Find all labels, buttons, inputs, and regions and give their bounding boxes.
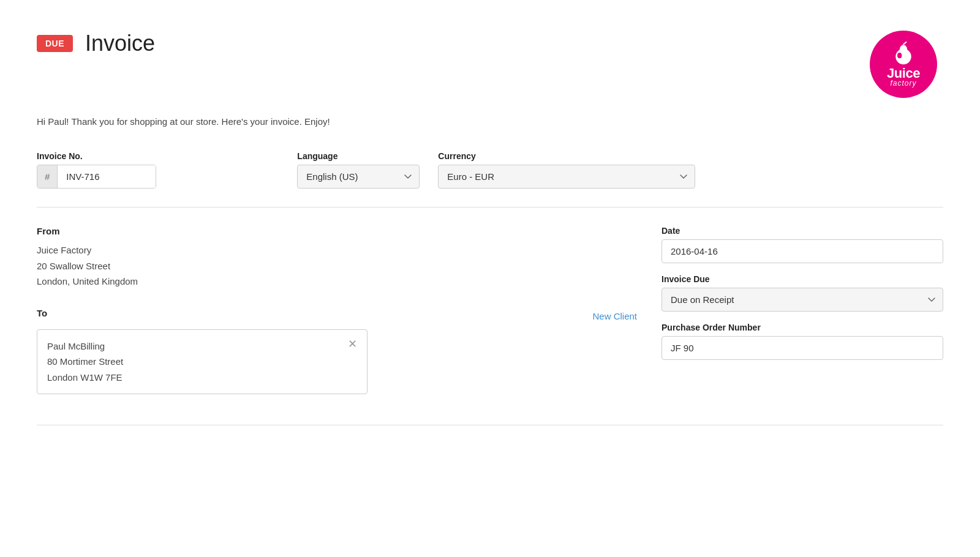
page-header: DUE Invoice Juice factory [37,31,943,98]
client-line2: 80 Mortimer Street [47,354,339,370]
svg-point-3 [897,53,902,58]
left-column: From Juice Factory 20 Swallow Street Lon… [37,226,637,394]
currency-group: Currency Euro - EUR US Dollar - USD Brit… [438,151,695,189]
from-line3: London, United Kingdom [37,274,637,290]
client-box: Paul McBilling 80 Mortimer Street London… [37,329,368,395]
new-client-button[interactable]: New Client [592,311,637,321]
invoice-number-input[interactable] [58,165,156,188]
company-logo: Juice factory [870,31,937,98]
to-label: To [37,308,47,318]
language-label: Language [297,151,420,161]
welcome-message: Hi Paul! Thank you for shopping at our s… [37,116,943,127]
page-title: Invoice [85,31,155,56]
bottom-divider [37,425,943,425]
currency-select[interactable]: Euro - EUR US Dollar - USD British Pound… [438,165,695,189]
from-address: Juice Factory 20 Swallow Street London, … [37,242,637,290]
invoice-fields-section: Invoice No. # Language English (US) Engl… [37,151,943,189]
due-badge: DUE [37,35,73,52]
logo-icon [891,41,916,65]
svg-line-2 [903,42,907,45]
client-name: Paul McBilling [47,338,339,354]
language-group: Language English (US) English (UK) Frenc… [297,151,420,189]
date-label: Date [662,226,943,236]
invoice-number-input-wrapper: # [37,165,156,189]
section-divider [37,207,943,207]
right-column: Date Invoice Due Due on Receipt Net 15 N… [662,226,943,394]
invoice-number-group: Invoice No. # [37,151,156,189]
hash-icon: # [37,165,58,188]
currency-label: Currency [438,151,695,161]
purchase-order-input[interactable] [662,336,943,360]
to-header: To New Client [37,308,637,324]
invoice-due-select[interactable]: Due on Receipt Net 15 Net 30 Net 60 Cust… [662,288,943,312]
invoice-fields-row: Invoice No. # Language English (US) Engl… [37,151,943,189]
logo-name: Juice [887,67,920,80]
date-group: Date [662,226,943,263]
invoice-due-label: Invoice Due [662,274,943,284]
client-line3: London W1W 7FE [47,370,339,386]
main-content: From Juice Factory 20 Swallow Street Lon… [37,226,943,394]
language-select[interactable]: English (US) English (UK) French German … [297,165,420,189]
purchase-order-group: Purchase Order Number [662,323,943,360]
from-line1: Juice Factory [37,242,637,258]
to-section: To New Client Paul McBilling 80 Mortimer… [37,308,637,395]
close-client-button[interactable]: ✕ [348,338,357,350]
logo-subtitle: factory [890,79,916,88]
from-section: From Juice Factory 20 Swallow Street Lon… [37,226,637,290]
from-label: From [37,226,637,236]
header-left: DUE Invoice [37,31,155,56]
purchase-order-label: Purchase Order Number [662,323,943,332]
invoice-due-group: Invoice Due Due on Receipt Net 15 Net 30… [662,274,943,312]
client-address: Paul McBilling 80 Mortimer Street London… [47,338,357,386]
invoice-page: DUE Invoice Juice factory Hi Paul! Thank… [0,0,980,557]
invoice-number-label: Invoice No. [37,151,156,161]
date-input[interactable] [662,239,943,263]
from-line2: 20 Swallow Street [37,258,637,274]
